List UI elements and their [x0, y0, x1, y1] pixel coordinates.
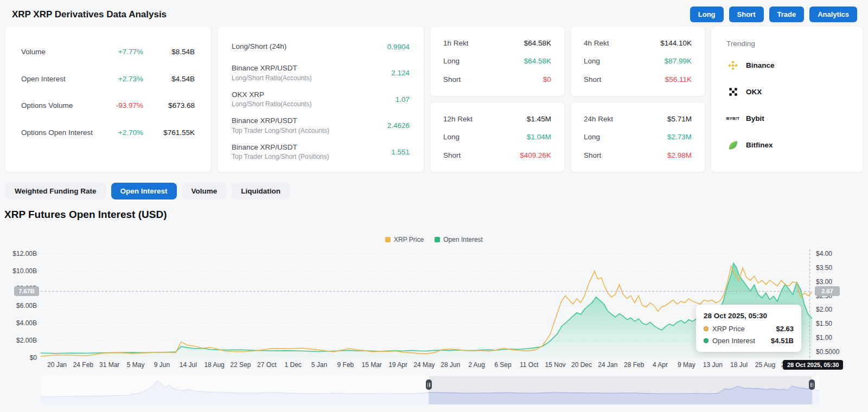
ratio-sublabel: Top Trader Long/Short (Accounts) [232, 126, 387, 136]
ratio-sublabel: Long/Short Ratio(Accounts) [232, 100, 395, 109]
crosshair-date-badge: 28 Oct 2025, 05:30 [783, 360, 843, 370]
trending-item-bitfinex[interactable]: Bitfinex [726, 132, 848, 158]
trending-item-binance[interactable]: Binance [726, 52, 848, 79]
rekt-total-row: 24h Rekt$5.71M [584, 115, 692, 123]
tooltip-series-value: $4.51B [771, 337, 794, 345]
x-axis-label: 13 Jun [703, 361, 723, 369]
rekt-title: 12h Rekt [443, 115, 473, 123]
rekt-short-row: Short$2.98M [584, 151, 692, 159]
x-axis-label: 6 Sep [494, 361, 511, 369]
y-axis-label-left: $2.00B [0, 337, 37, 344]
x-axis-label: 18 Aug [204, 361, 224, 369]
y-axis-label-left: $4.00B [0, 319, 37, 327]
ratio-value: 0.9904 [387, 43, 410, 51]
y-axis-label-right: $2.00 [816, 306, 832, 313]
rekt-title: 1h Rekt [443, 39, 469, 47]
rekt-long-row: Long$64.58K [443, 57, 551, 65]
x-axis-label: 27 Oct [257, 361, 276, 369]
stat-row-open-interest: Open Interest+2.73%$4.54B [21, 66, 195, 93]
rekt-short-label: Short [584, 75, 601, 83]
rekt-total-value: $5.71M [667, 115, 692, 123]
stat-value: $4.54B [143, 75, 195, 83]
chart-legend: XRP PriceOpen Interest [0, 236, 868, 243]
rekt-short-row: Short$409.26K [443, 151, 551, 159]
header: XRP XRP Derivatives Data Analysis LongSh… [12, 7, 857, 22]
rekt-long-row: Long$2.73M [584, 133, 692, 141]
stat-label: Options Volume [21, 101, 95, 110]
x-axis-label: 24 May [413, 361, 435, 369]
trending-item-bybit[interactable]: BYB!TBybit [726, 105, 848, 132]
trending-card: Trending BinanceOKXBYB!TBybitBitfinex [711, 26, 864, 172]
stat-change: +7.77% [95, 48, 143, 56]
stat-row-options-volume: Options Volume-93.97%$673.68 [21, 92, 195, 119]
navigator-selected-region[interactable] [429, 376, 812, 404]
x-axis-label: 9 Jun [154, 361, 170, 369]
rekt-total-value: $144.10K [660, 39, 692, 47]
stat-change: -93.97% [95, 101, 143, 110]
trending-item-okx[interactable]: OKX [726, 79, 848, 105]
y-axis-label-left: $10.00B [0, 267, 37, 275]
tab-weighted-funding-rate[interactable]: Weighted Funding Rate [5, 183, 106, 199]
rekt-title: 24h Rekt [584, 115, 613, 123]
chart-tooltip: 28 Oct 2025, 05:30 XRP Price$2.63Open In… [696, 305, 801, 352]
crosshair-right-badge: 2.67 [815, 286, 840, 296]
y-axis-label-right: $3.50 [816, 264, 832, 272]
stat-value: $761.55K [143, 128, 195, 137]
x-axis-label: 15 Mar [362, 361, 382, 369]
navigator-left-handle[interactable] [426, 379, 432, 390]
y-axis-label-right: $4.00 [816, 250, 832, 258]
navigator-right-handle[interactable] [809, 379, 815, 390]
rekt-card-4h-rekt: 4h Rekt$144.10KLong$87.99KShort$56.11K [570, 26, 705, 96]
tab-volume[interactable]: Volume [182, 183, 227, 199]
rekt-short-value: $0 [543, 75, 551, 83]
rekt-long-label: Long [443, 57, 459, 65]
bitfinex-icon [726, 139, 739, 152]
ratio-row-3: Binance XRP/USDTTop Trader Long/Short (A… [232, 114, 410, 137]
ratio-labels: Binance XRP/USDTLong/Short Ratio(Account… [232, 63, 391, 83]
tooltip-series-value: $2.63 [776, 325, 794, 333]
summary-cards: Volume+7.77%$8.54BOpen Interest+2.73%$4.… [4, 26, 864, 172]
trending-item-name: Bybit [746, 114, 764, 123]
rekt-long-label: Long [443, 133, 459, 141]
header-button-short[interactable]: Short [729, 7, 764, 22]
legend-item-xrp-price[interactable]: XRP Price [385, 236, 424, 243]
header-button-analytics[interactable]: Analytics [809, 7, 857, 22]
x-axis-label: 31 Mar [99, 361, 119, 369]
long-short-ratio-card: Long/Short (24h)0.9904Binance XRP/USDTLo… [217, 26, 424, 172]
ratio-label: Long/Short (24h) [232, 41, 387, 52]
stat-change: +2.73% [95, 75, 143, 83]
rekt-short-row: Short$56.11K [584, 75, 692, 83]
ratio-labels: OKX XRPLong/Short Ratio(Accounts) [232, 89, 395, 110]
header-button-trade[interactable]: Trade [769, 7, 805, 22]
tooltip-rows: XRP Price$2.63Open Interest$4.51B [704, 325, 794, 345]
header-actions: LongShortTradeAnalytics [685, 7, 857, 22]
x-axis-label: 25 Aug [755, 361, 775, 369]
page-title: XRP XRP Derivatives Data Analysis [12, 9, 167, 20]
ratio-labels: Binance XRP/USDTTop Trader Long/Short (A… [232, 115, 387, 136]
stat-row-options-open-interest: Options Open Interest+2.70%$761.55K [21, 119, 195, 146]
y-axis-label-left: $0 [0, 354, 37, 362]
ratio-row-1: Binance XRP/USDTLong/Short Ratio(Account… [232, 62, 410, 85]
legend-item-open-interest[interactable]: Open Interest [435, 236, 483, 243]
market-stats-card: Volume+7.77%$8.54BOpen Interest+2.73%$4.… [4, 26, 212, 172]
header-button-long[interactable]: Long [690, 7, 724, 22]
y-axis-label-right: $1.50 [816, 320, 832, 327]
y-axis-label-right: $3.00 [816, 278, 832, 286]
x-axis-label: 4 Apr [653, 361, 668, 369]
legend-label: Open Interest [443, 236, 483, 243]
x-axis-label: 22 Sep [230, 361, 251, 369]
stat-label: Open Interest [21, 75, 95, 83]
x-axis-label: 15 Nov [545, 361, 566, 369]
legend-swatch [435, 237, 440, 242]
tab-liquidation[interactable]: Liquidation [232, 183, 290, 199]
y-axis-label-left: $12.00B [0, 250, 37, 258]
ratio-row-4: Binance XRP/USDTTop Trader Long/Short (P… [232, 140, 410, 163]
rekt-short-value: $56.11K [665, 75, 692, 83]
x-axis-label: 28 Feb [624, 361, 644, 369]
stat-label: Options Open Interest [21, 128, 95, 137]
tooltip-series-dot [704, 338, 709, 343]
stat-value: $673.68 [143, 101, 195, 110]
ratio-value: 1.07 [395, 95, 410, 104]
tooltip-series-name: Open Interest [712, 337, 771, 345]
tab-open-interest[interactable]: Open Interest [111, 183, 177, 199]
